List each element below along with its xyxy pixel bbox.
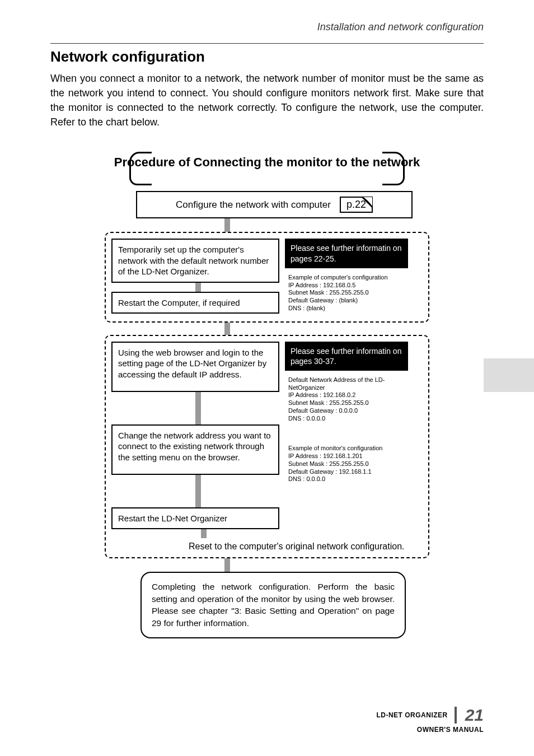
page-fold-icon [362,197,373,208]
example-label: Example of monitor's configuration [288,445,382,451]
example-lines: IP Address : 192.168.0.5 Subnet Mask : 2… [288,282,369,311]
page: Installation and network configuration N… [0,0,534,756]
flow-step-reset-config: Reset to the computer's original network… [189,538,423,552]
procedure-title: Procedure of Connecting the monitor to t… [88,155,446,170]
computer-config-example: Example of computer's configuration IP A… [285,272,408,316]
example-lines: IP Address : 192.168.1.201 Subnet Mask :… [288,452,372,482]
flow-connector [195,475,201,507]
default-lines: IP Address : 192.168.0.2 Subnet Mask : 2… [288,391,369,421]
flow-step-temp-setup: Temporarily set up the computer's networ… [111,239,279,283]
flow-connector [224,218,230,232]
flow-connector [201,529,207,538]
page-title: Network configuration [50,48,484,66]
flow-final-note: Completing the network configuration. Pe… [140,572,406,638]
flow-connector [195,283,201,292]
flow-connector [224,558,230,572]
flow-step-restart-computer: Restart the Computer, if required [111,292,279,314]
footer-subtitle: OWNER'S MANUAL [376,726,484,734]
footer: LD-NET ORGANIZER 21 OWNER'S MANUAL [376,706,484,734]
flow-group-2: Using the web browser and login to the s… [105,335,429,559]
flow-group-1: Temporarily set up the computer's networ… [105,232,429,322]
flow-step-change-address: Change the network address you want to c… [111,424,279,475]
note-pages-22-25: Please see further informatin on pages 2… [285,239,408,268]
example-label: Example of computer's configuration [288,274,388,281]
default-network-address: Default Network Address of the LD-NetOrg… [285,374,408,426]
flow-step-restart-organizer: Restart the LD-Net Organizer [111,507,279,530]
footer-product: LD-NET ORGANIZER [376,711,447,719]
procedure-title-frame: Procedure of Connecting the monitor to t… [88,152,446,185]
flow-connector [224,323,230,335]
header-rule [50,43,484,44]
procedure: Procedure of Connecting the monitor to t… [88,152,446,638]
flowchart: Configure the network with computer p.22… [105,191,429,638]
monitor-config-example: Example of monitor's configuration IP Ad… [285,442,408,487]
flow-connector [195,392,201,424]
flow-step-configure: Configure the network with computer p.22 [136,191,413,218]
flow-step-configure-text: Configure the network with computer [176,199,331,211]
breadcrumb: Installation and network configuration [50,21,484,33]
default-label: Default Network Address of the LD-NetOrg… [288,376,385,391]
footer-divider [455,707,457,724]
intro-paragraph: When you connect a monitor to a network,… [50,71,484,129]
note-pages-30-37: Please see further informatin on pages 3… [285,342,408,371]
footer-page-number: 21 [465,706,484,725]
side-tab [484,358,534,392]
flow-step-login-browser: Using the web browser and login to the s… [111,342,279,392]
page-ref-box: p.22 [340,197,373,213]
